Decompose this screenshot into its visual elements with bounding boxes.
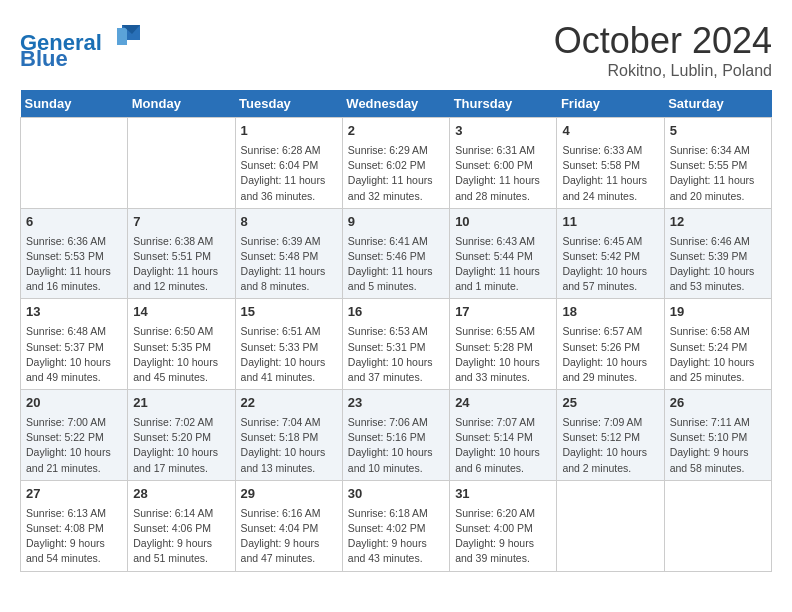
cell-content: Sunrise: 6:33 AM Sunset: 5:58 PM Dayligh… [562, 143, 658, 204]
week-row-5: 27Sunrise: 6:13 AM Sunset: 4:08 PM Dayli… [21, 480, 772, 571]
cell-content: Sunrise: 6:55 AM Sunset: 5:28 PM Dayligh… [455, 324, 551, 385]
day-header-friday: Friday [557, 90, 664, 118]
cell-content: Sunrise: 7:02 AM Sunset: 5:20 PM Dayligh… [133, 415, 229, 476]
day-number: 9 [348, 213, 444, 232]
calendar-cell: 1Sunrise: 6:28 AM Sunset: 6:04 PM Daylig… [235, 118, 342, 209]
calendar-cell: 19Sunrise: 6:58 AM Sunset: 5:24 PM Dayli… [664, 299, 771, 390]
cell-content: Sunrise: 6:58 AM Sunset: 5:24 PM Dayligh… [670, 324, 766, 385]
cell-content: Sunrise: 7:04 AM Sunset: 5:18 PM Dayligh… [241, 415, 337, 476]
week-row-4: 20Sunrise: 7:00 AM Sunset: 5:22 PM Dayli… [21, 390, 772, 481]
calendar-cell: 23Sunrise: 7:06 AM Sunset: 5:16 PM Dayli… [342, 390, 449, 481]
calendar-cell: 27Sunrise: 6:13 AM Sunset: 4:08 PM Dayli… [21, 480, 128, 571]
month-title: October 2024 [554, 20, 772, 62]
cell-content: Sunrise: 6:34 AM Sunset: 5:55 PM Dayligh… [670, 143, 766, 204]
cell-content: Sunrise: 6:51 AM Sunset: 5:33 PM Dayligh… [241, 324, 337, 385]
calendar-cell: 31Sunrise: 6:20 AM Sunset: 4:00 PM Dayli… [450, 480, 557, 571]
calendar-cell: 24Sunrise: 7:07 AM Sunset: 5:14 PM Dayli… [450, 390, 557, 481]
day-number: 14 [133, 303, 229, 322]
page-header: General Blue October 2024 Rokitno, Lubli… [20, 20, 772, 80]
cell-content: Sunrise: 6:41 AM Sunset: 5:46 PM Dayligh… [348, 234, 444, 295]
cell-content: Sunrise: 6:14 AM Sunset: 4:06 PM Dayligh… [133, 506, 229, 567]
cell-content: Sunrise: 6:45 AM Sunset: 5:42 PM Dayligh… [562, 234, 658, 295]
day-number: 8 [241, 213, 337, 232]
day-number: 2 [348, 122, 444, 141]
day-number: 26 [670, 394, 766, 413]
day-number: 29 [241, 485, 337, 504]
day-number: 16 [348, 303, 444, 322]
day-number: 25 [562, 394, 658, 413]
calendar-cell: 17Sunrise: 6:55 AM Sunset: 5:28 PM Dayli… [450, 299, 557, 390]
calendar-cell [128, 118, 235, 209]
day-number: 10 [455, 213, 551, 232]
cell-content: Sunrise: 7:06 AM Sunset: 5:16 PM Dayligh… [348, 415, 444, 476]
day-number: 31 [455, 485, 551, 504]
day-number: 17 [455, 303, 551, 322]
cell-content: Sunrise: 6:16 AM Sunset: 4:04 PM Dayligh… [241, 506, 337, 567]
day-number: 12 [670, 213, 766, 232]
calendar-cell: 20Sunrise: 7:00 AM Sunset: 5:22 PM Dayli… [21, 390, 128, 481]
day-number: 20 [26, 394, 122, 413]
logo: General Blue [20, 20, 142, 71]
cell-content: Sunrise: 6:53 AM Sunset: 5:31 PM Dayligh… [348, 324, 444, 385]
calendar-cell: 14Sunrise: 6:50 AM Sunset: 5:35 PM Dayli… [128, 299, 235, 390]
calendar-cell: 6Sunrise: 6:36 AM Sunset: 5:53 PM Daylig… [21, 208, 128, 299]
cell-content: Sunrise: 6:38 AM Sunset: 5:51 PM Dayligh… [133, 234, 229, 295]
day-number: 13 [26, 303, 122, 322]
day-number: 23 [348, 394, 444, 413]
day-header-sunday: Sunday [21, 90, 128, 118]
day-header-thursday: Thursday [450, 90, 557, 118]
calendar-cell: 3Sunrise: 6:31 AM Sunset: 6:00 PM Daylig… [450, 118, 557, 209]
cell-content: Sunrise: 7:09 AM Sunset: 5:12 PM Dayligh… [562, 415, 658, 476]
calendar-cell: 9Sunrise: 6:41 AM Sunset: 5:46 PM Daylig… [342, 208, 449, 299]
header-row: SundayMondayTuesdayWednesdayThursdayFrid… [21, 90, 772, 118]
day-header-monday: Monday [128, 90, 235, 118]
cell-content: Sunrise: 7:11 AM Sunset: 5:10 PM Dayligh… [670, 415, 766, 476]
day-number: 7 [133, 213, 229, 232]
day-number: 18 [562, 303, 658, 322]
calendar-cell [557, 480, 664, 571]
calendar-cell: 21Sunrise: 7:02 AM Sunset: 5:20 PM Dayli… [128, 390, 235, 481]
day-number: 30 [348, 485, 444, 504]
calendar-cell: 4Sunrise: 6:33 AM Sunset: 5:58 PM Daylig… [557, 118, 664, 209]
cell-content: Sunrise: 6:48 AM Sunset: 5:37 PM Dayligh… [26, 324, 122, 385]
day-number: 15 [241, 303, 337, 322]
week-row-2: 6Sunrise: 6:36 AM Sunset: 5:53 PM Daylig… [21, 208, 772, 299]
calendar-cell: 7Sunrise: 6:38 AM Sunset: 5:51 PM Daylig… [128, 208, 235, 299]
calendar-cell: 8Sunrise: 6:39 AM Sunset: 5:48 PM Daylig… [235, 208, 342, 299]
calendar-cell: 15Sunrise: 6:51 AM Sunset: 5:33 PM Dayli… [235, 299, 342, 390]
calendar-cell [21, 118, 128, 209]
calendar-cell: 25Sunrise: 7:09 AM Sunset: 5:12 PM Dayli… [557, 390, 664, 481]
calendar-cell [664, 480, 771, 571]
calendar-cell: 5Sunrise: 6:34 AM Sunset: 5:55 PM Daylig… [664, 118, 771, 209]
cell-content: Sunrise: 6:20 AM Sunset: 4:00 PM Dayligh… [455, 506, 551, 567]
cell-content: Sunrise: 6:36 AM Sunset: 5:53 PM Dayligh… [26, 234, 122, 295]
calendar-cell: 10Sunrise: 6:43 AM Sunset: 5:44 PM Dayli… [450, 208, 557, 299]
day-number: 5 [670, 122, 766, 141]
cell-content: Sunrise: 7:07 AM Sunset: 5:14 PM Dayligh… [455, 415, 551, 476]
week-row-3: 13Sunrise: 6:48 AM Sunset: 5:37 PM Dayli… [21, 299, 772, 390]
calendar-cell: 29Sunrise: 6:16 AM Sunset: 4:04 PM Dayli… [235, 480, 342, 571]
logo-icon [112, 20, 142, 50]
day-header-wednesday: Wednesday [342, 90, 449, 118]
cell-content: Sunrise: 6:46 AM Sunset: 5:39 PM Dayligh… [670, 234, 766, 295]
cell-content: Sunrise: 6:57 AM Sunset: 5:26 PM Dayligh… [562, 324, 658, 385]
location: Rokitno, Lublin, Poland [554, 62, 772, 80]
day-header-tuesday: Tuesday [235, 90, 342, 118]
day-number: 27 [26, 485, 122, 504]
day-number: 22 [241, 394, 337, 413]
day-number: 21 [133, 394, 229, 413]
title-block: October 2024 Rokitno, Lublin, Poland [554, 20, 772, 80]
day-number: 24 [455, 394, 551, 413]
calendar-cell: 12Sunrise: 6:46 AM Sunset: 5:39 PM Dayli… [664, 208, 771, 299]
calendar-cell: 22Sunrise: 7:04 AM Sunset: 5:18 PM Dayli… [235, 390, 342, 481]
cell-content: Sunrise: 6:43 AM Sunset: 5:44 PM Dayligh… [455, 234, 551, 295]
cell-content: Sunrise: 6:31 AM Sunset: 6:00 PM Dayligh… [455, 143, 551, 204]
cell-content: Sunrise: 6:50 AM Sunset: 5:35 PM Dayligh… [133, 324, 229, 385]
calendar-cell: 16Sunrise: 6:53 AM Sunset: 5:31 PM Dayli… [342, 299, 449, 390]
calendar-cell: 11Sunrise: 6:45 AM Sunset: 5:42 PM Dayli… [557, 208, 664, 299]
calendar-cell: 30Sunrise: 6:18 AM Sunset: 4:02 PM Dayli… [342, 480, 449, 571]
cell-content: Sunrise: 6:13 AM Sunset: 4:08 PM Dayligh… [26, 506, 122, 567]
day-number: 3 [455, 122, 551, 141]
calendar-cell: 18Sunrise: 6:57 AM Sunset: 5:26 PM Dayli… [557, 299, 664, 390]
day-number: 4 [562, 122, 658, 141]
